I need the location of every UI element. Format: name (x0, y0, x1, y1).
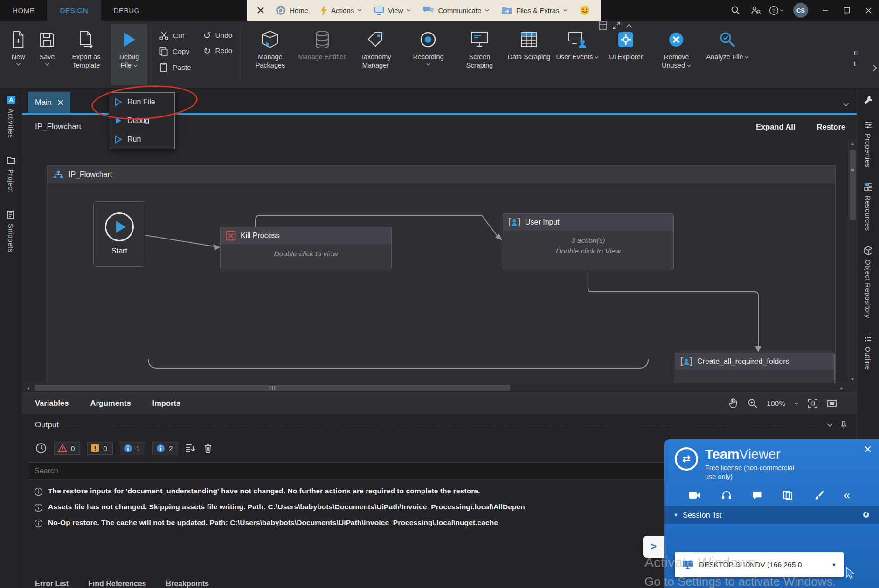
close-button[interactable] (858, 0, 879, 21)
export-template-button[interactable]: Export as Template (62, 24, 111, 85)
document-tab-main[interactable]: Main (28, 92, 70, 113)
flowchart-container-header[interactable]: IP_Flowchart (47, 166, 835, 183)
menu-tab-design[interactable]: DESIGN (47, 0, 101, 21)
user-events-button[interactable]: User Events (553, 24, 602, 85)
menu-tab-home[interactable]: HOME (0, 0, 47, 21)
tv-communicate-button[interactable]: Communicate (418, 0, 494, 21)
clear-output-icon[interactable] (203, 443, 213, 453)
kill-process-node[interactable]: Kill Process Double-click to view (220, 227, 392, 269)
new-button[interactable]: New (4, 24, 33, 85)
zoom-level[interactable]: 100% (767, 399, 785, 408)
ribbon-overflow-chevron[interactable] (873, 65, 877, 71)
scroll-right-icon[interactable]: ▸ (837, 383, 846, 392)
panel-tab-snippets[interactable]: Snippets (7, 210, 16, 253)
zoom-chevron-icon[interactable] (794, 402, 799, 405)
session-list-header[interactable]: ▼ Session list (664, 506, 879, 524)
variables-tab[interactable]: Variables (35, 399, 69, 408)
tab-list-chevron[interactable] (843, 103, 849, 106)
manage-entities-button[interactable]: Manage Entities (296, 24, 348, 85)
teamviewer-close-icon[interactable] (864, 445, 872, 453)
teamviewer-collapse-tab[interactable]: > (643, 536, 664, 558)
tv-actions-button[interactable]: Actions (315, 0, 367, 21)
expand-all-button[interactable]: Expand All (756, 123, 796, 131)
flowchart-canvas[interactable]: IP_Flowchart Start (22, 139, 857, 383)
panel-tab-outline[interactable]: Outline (864, 333, 873, 370)
menu-item-run[interactable]: Run (109, 130, 174, 149)
undo-button[interactable]: ↺ Undo (203, 31, 233, 40)
errors-filter-badge[interactable]: 0 (54, 442, 80, 455)
start-node[interactable]: Start (93, 201, 145, 267)
headset-icon[interactable] (721, 490, 732, 501)
find-references-tab[interactable]: Find References (88, 580, 146, 588)
zoom-icon[interactable] (747, 398, 758, 409)
ui-explorer-button[interactable]: UI Explorer (602, 24, 650, 85)
expand-icon[interactable] (613, 22, 620, 29)
cut-button[interactable]: Cut (159, 31, 191, 41)
panel-tab-activities[interactable]: Activities (7, 95, 16, 138)
breakpoints-tab[interactable]: Breakpoints (166, 580, 209, 588)
menu-item-run-file[interactable]: Run File (109, 93, 174, 111)
manage-packages-button[interactable]: Manage Packages (244, 24, 296, 85)
session-settings-gear-icon[interactable] (863, 511, 870, 519)
draw-brush-icon[interactable] (813, 490, 824, 501)
menu-tab-debug[interactable]: DEBUG (101, 0, 152, 21)
canvas-horizontal-scrollbar[interactable]: ◂ ▸ (22, 383, 857, 392)
tab-close-icon[interactable] (58, 100, 63, 105)
trace-filter-badge[interactable]: 2 (152, 442, 178, 455)
recording-button[interactable]: Recording (402, 24, 454, 85)
collapse-panel-icon[interactable] (827, 423, 833, 427)
fit-selection-icon[interactable] (827, 399, 837, 408)
arguments-tab[interactable]: Arguments (90, 399, 131, 408)
menu-item-debug[interactable]: Debug (109, 111, 174, 130)
analyze-file-button[interactable]: Analyze File (703, 24, 752, 85)
panel-tab-object-repository[interactable]: Object Repository (864, 246, 873, 318)
help-icon[interactable]: ? (766, 0, 787, 21)
avatar[interactable]: CS (793, 3, 808, 18)
toolbar-close-icon[interactable] (253, 0, 269, 21)
scroll-down-icon[interactable]: ▾ (849, 375, 857, 383)
chat-icon[interactable] (752, 491, 763, 500)
user-search-icon[interactable] (746, 0, 766, 21)
paste-button[interactable]: Paste (159, 62, 191, 72)
timestamps-toggle-icon[interactable] (35, 442, 47, 454)
panel-tab-project[interactable]: Project (7, 156, 16, 192)
vertical-scroll-thumb[interactable]: ≡ (850, 150, 856, 220)
search-icon[interactable] (725, 0, 746, 21)
wrench-icon[interactable] (863, 95, 873, 105)
debug-file-button[interactable]: Debug File (111, 24, 147, 85)
canvas-vertical-scrollbar[interactable]: ▴ ≡ ▾ (848, 139, 857, 383)
export-logs-icon[interactable] (185, 443, 196, 453)
scroll-up-icon[interactable]: ▴ (849, 139, 857, 147)
horizontal-scroll-thumb[interactable] (35, 385, 510, 391)
user-input-node[interactable]: User Input 3 action(s) Double click to V… (503, 213, 674, 269)
info-filter-badge[interactable]: 1 (120, 442, 145, 455)
layout-grid-icon[interactable] (599, 21, 607, 30)
create-folders-node[interactable]: Create_all_required_folders (675, 353, 835, 383)
collapse-ribbon-icon[interactable] (626, 24, 632, 28)
warnings-filter-badge[interactable]: 0 (87, 442, 112, 455)
redo-button[interactable]: ↻ Redo (203, 46, 233, 55)
tv-view-button[interactable]: View (369, 0, 416, 21)
minimize-button[interactable] (815, 0, 836, 21)
panel-drag-texture[interactable] (66, 423, 819, 427)
video-icon[interactable] (689, 491, 701, 500)
save-button[interactable]: Save (33, 24, 62, 85)
session-device-entry[interactable]: DESKTOP-9I10NDV (166 265 0 ▼ (675, 552, 844, 577)
breadcrumb[interactable]: IP_Flowchart (35, 122, 81, 131)
taxonomy-manager-button[interactable]: Taxonomy Manager (348, 24, 402, 85)
error-list-tab[interactable]: Error List (35, 580, 69, 588)
panel-tab-properties[interactable]: Properties (864, 120, 873, 167)
remove-unused-button[interactable]: Remove Unused (650, 24, 703, 85)
collapse-toolbar-icon[interactable]: « (844, 490, 850, 501)
fit-to-screen-icon[interactable] (808, 398, 818, 409)
feedback-smiley-icon[interactable] (574, 5, 595, 16)
restore-button[interactable]: Restore (817, 123, 845, 131)
file-copy-icon[interactable] (783, 490, 793, 501)
pan-hand-icon[interactable] (728, 398, 739, 409)
scroll-left-icon[interactable]: ◂ (23, 383, 33, 392)
copy-button[interactable]: Copy (159, 47, 191, 56)
ribbon-overflow-clipped-button[interactable]: E t (854, 48, 865, 69)
screen-scraping-button[interactable]: Screen Scraping (454, 24, 505, 85)
pin-panel-icon[interactable] (840, 421, 847, 430)
data-scraping-button[interactable]: Data Scraping (505, 24, 553, 85)
